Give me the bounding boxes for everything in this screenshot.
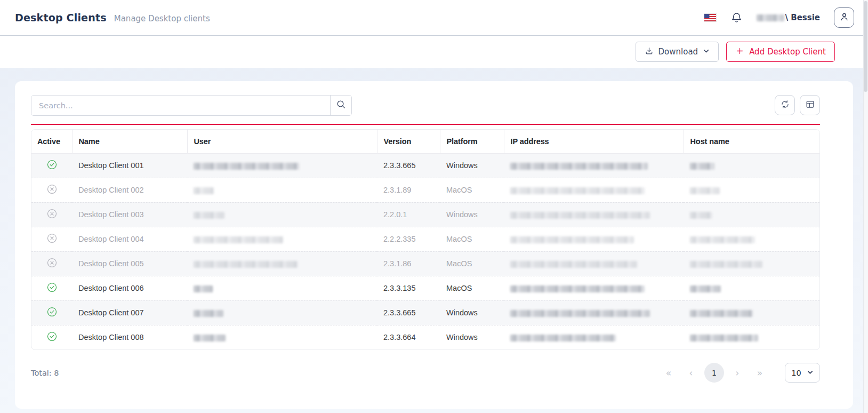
client-host-redacted [690, 310, 753, 317]
refresh-button[interactable] [775, 95, 795, 115]
table-row[interactable]: Desktop Client 003 2.2.0.1 Windows [31, 202, 819, 227]
column-header-active[interactable]: Active [31, 130, 72, 153]
chevron-down-icon [807, 369, 814, 377]
client-platform: Windows [440, 300, 504, 325]
column-header-name[interactable]: Name [72, 130, 187, 153]
column-header-version[interactable]: Version [377, 130, 440, 153]
table-row[interactable]: Desktop Client 002 2.3.1.89 MacOS [31, 178, 819, 202]
search-button[interactable] [330, 96, 351, 115]
page-size-value: 10 [791, 369, 801, 377]
user-domain-redacted [757, 14, 784, 21]
add-desktop-client-button[interactable]: Add Desktop Client [726, 42, 835, 62]
client-ip-redacted [510, 335, 616, 341]
page-title: Desktop Clients [15, 12, 107, 23]
client-platform: MacOS [440, 227, 504, 251]
client-ip-redacted [510, 236, 634, 243]
columns-layout-icon [805, 99, 815, 111]
scrollbar[interactable] [863, 0, 868, 413]
last-page-button[interactable]: » [751, 364, 769, 382]
client-host-redacted [690, 261, 762, 268]
client-host-redacted [690, 285, 721, 292]
client-version: 2.3.3.665 [377, 153, 440, 178]
x-circle-icon [47, 258, 57, 269]
clients-table: Active Name User Version Platform IP add… [31, 129, 820, 350]
client-name: Desktop Client 001 [72, 153, 187, 178]
table-row[interactable]: Desktop Client 007 2.3.3.665 Windows [31, 300, 819, 325]
client-user-redacted [194, 335, 226, 341]
scrollbar-thumb[interactable] [864, 1, 867, 92]
client-host-redacted [690, 212, 712, 219]
active-status-icon [47, 258, 57, 269]
client-platform: Windows [440, 325, 504, 350]
accent-divider [31, 124, 820, 125]
client-platform: MacOS [440, 251, 504, 276]
client-user-redacted [194, 187, 214, 194]
client-version: 2.2.2.335 [377, 227, 440, 251]
active-status-icon [47, 233, 57, 245]
client-ip-redacted [510, 163, 648, 170]
client-name: Desktop Client 003 [72, 202, 187, 227]
client-name: Desktop Client 005 [72, 251, 187, 276]
client-ip-redacted [510, 310, 650, 317]
active-status-icon [47, 184, 57, 196]
current-page-button[interactable]: 1 [704, 363, 724, 383]
page-subtitle: Manage Desktop clients [114, 14, 210, 23]
client-host-redacted [690, 163, 714, 170]
chevron-down-icon [703, 47, 710, 57]
client-platform: Windows [440, 202, 504, 227]
notifications-bell-icon[interactable] [730, 12, 743, 24]
client-name: Desktop Client 008 [72, 325, 187, 350]
page-size-select[interactable]: 10 [785, 363, 820, 383]
column-header-host[interactable]: Host name [684, 130, 819, 153]
column-settings-button[interactable] [800, 95, 820, 115]
client-user-redacted [194, 236, 283, 243]
table-row[interactable]: Desktop Client 006 2.3.3.135 MacOS [31, 276, 819, 300]
add-desktop-client-label: Add Desktop Client [749, 47, 826, 57]
column-header-platform[interactable]: Platform [440, 130, 504, 153]
table-body: Desktop Client 001 2.3.3.665 Windows [31, 153, 819, 350]
download-icon [645, 46, 654, 58]
download-button[interactable]: Download [636, 42, 719, 62]
client-ip-redacted [510, 187, 645, 194]
check-circle-icon [47, 307, 57, 319]
client-version: 2.2.0.1 [377, 202, 440, 227]
action-toolbar: Download Add Desktop Client [0, 36, 868, 68]
check-circle-icon [47, 160, 57, 171]
column-header-ip[interactable]: IP address [504, 130, 684, 153]
pagination: « ‹ 1 › » 10 [660, 363, 820, 383]
table-header-row: Active Name User Version Platform IP add… [31, 130, 819, 153]
previous-page-button[interactable]: ‹ [682, 364, 700, 382]
active-status-icon [47, 331, 57, 343]
client-platform: MacOS [440, 178, 504, 202]
table-row[interactable]: Desktop Client 001 2.3.3.665 Windows [31, 153, 819, 178]
check-circle-icon [47, 331, 57, 343]
user-profile-button[interactable] [834, 7, 854, 28]
x-circle-icon [47, 233, 57, 245]
download-label: Download [658, 47, 698, 57]
x-circle-icon [47, 209, 57, 220]
next-page-button[interactable]: › [728, 364, 746, 382]
first-page-button[interactable]: « [660, 364, 678, 382]
client-version: 2.3.1.89 [377, 178, 440, 202]
search-input[interactable] [31, 96, 330, 115]
client-version: 2.3.3.665 [377, 300, 440, 325]
client-name: Desktop Client 006 [72, 276, 187, 300]
total-count: Total: 8 [31, 369, 59, 377]
clients-panel: Active Name User Version Platform IP add… [15, 81, 853, 409]
client-version: 2.3.3.664 [377, 325, 440, 350]
client-host-redacted [690, 335, 758, 341]
x-circle-icon [47, 184, 57, 196]
client-user-redacted [194, 310, 223, 317]
client-ip-redacted [510, 212, 650, 219]
language-flag-icon[interactable] [704, 13, 717, 22]
active-status-icon [47, 160, 57, 171]
table-row[interactable]: Desktop Client 004 2.2.2.335 MacOS [31, 227, 819, 251]
table-row[interactable]: Desktop Client 008 2.3.3.664 Windows [31, 325, 819, 350]
client-host-redacted [690, 187, 720, 194]
check-circle-icon [47, 282, 57, 294]
client-name: Desktop Client 002 [72, 178, 187, 202]
table-row[interactable]: Desktop Client 005 2.3.1.86 MacOS [31, 251, 819, 276]
column-header-user[interactable]: User [187, 130, 377, 153]
username-text: \ Bessie [785, 13, 820, 22]
refresh-icon [780, 99, 790, 111]
